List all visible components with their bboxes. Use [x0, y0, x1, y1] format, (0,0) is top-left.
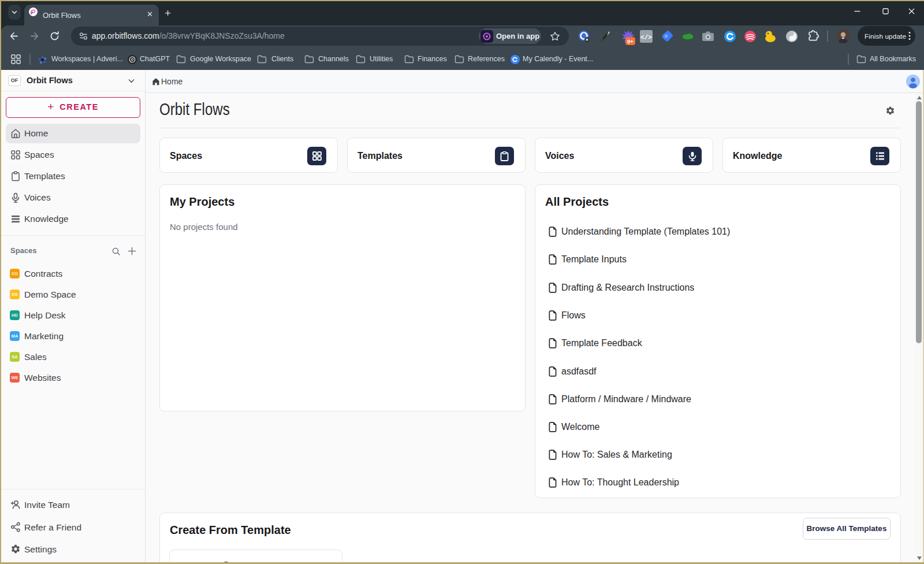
- svg-text:</>: </>: [640, 34, 652, 41]
- svg-text:9+: 9+: [627, 38, 634, 44]
